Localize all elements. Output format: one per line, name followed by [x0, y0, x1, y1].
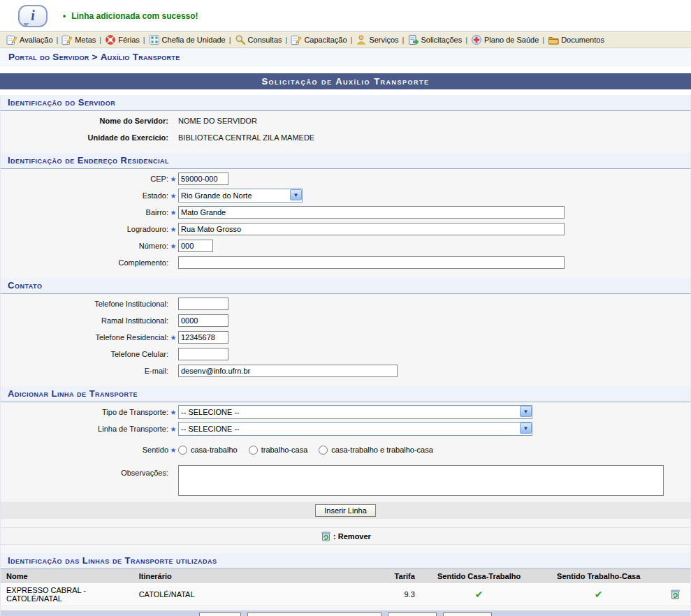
menu-separator: | [542, 36, 544, 44]
field-label: Linha de Transporte: [1, 425, 168, 433]
field-row-estado: Estado: ★ Rio Grande do Norte ▼ [1, 189, 690, 203]
cell-tarifa: 9.3 [377, 583, 421, 606]
field-label: Nome do Servidor: [1, 117, 168, 125]
success-message: • Linha adicionada com sucesso! [63, 11, 198, 21]
transport-request-form: Identificação do Servidor Nome do Servid… [0, 95, 691, 616]
field-row-telefone-institucional: Telefone Institucional: [1, 297, 690, 311]
menu-separator: | [143, 36, 145, 44]
field-label: Estado: [1, 191, 168, 200]
note-pencil-icon [61, 34, 73, 45]
email-input[interactable] [178, 365, 398, 377]
sentido-casa-trabalho-radio[interactable] [178, 446, 187, 455]
logradouro-input[interactable] [178, 223, 565, 235]
remove-legend-text: : Remover [333, 532, 371, 541]
unidade-exercicio-value: BIBLIOTECA CENTRAL ZILA MAMEDE [178, 133, 314, 142]
breadcrumb: Portal do Servidor>Auxílio Transporte [0, 48, 691, 66]
inserir-linha-button[interactable]: Inserir Linha [315, 504, 376, 517]
menu-item-metas[interactable]: Metas [61, 34, 96, 45]
breadcrumb-current: Auxílio Transporte [101, 52, 180, 62]
field-row-bairro: Bairro: ★ [1, 205, 690, 219]
remove-legend: : Remover [1, 527, 690, 545]
menu-item-label: Avaliação [20, 36, 53, 44]
estado-select[interactable]: Rio Grande do Norte [178, 189, 303, 203]
menu-item-solicitacoes[interactable]: Solicitações [407, 34, 462, 45]
field-row-numero: Número: ★ [1, 239, 690, 253]
field-row-telefone-residencial: Telefone Residencial: ★ [1, 330, 690, 344]
info-icon: i [18, 5, 48, 27]
field-label: Telefone Residencial: [1, 333, 168, 342]
field-label: Número: [1, 242, 168, 250]
column-header-sentido-casa-trabalho: Sentido Casa-Trabalho [421, 569, 538, 583]
bullet-icon: • [63, 11, 66, 21]
linhas-transporte-table: Nome Itinerário Tarifa Sentido Casa-Trab… [1, 569, 690, 606]
gravar-button[interactable]: Gravar [199, 613, 241, 616]
voltar-button[interactable]: << Voltar [388, 613, 437, 616]
field-label: Logradouro: [1, 225, 168, 233]
sentido-ambos-radio[interactable] [319, 446, 328, 455]
cancelar-button[interactable]: Cancelar [443, 613, 492, 616]
form-actions-bar: Gravar Gravar e Enviar para Atendimento … [1, 610, 690, 616]
field-row-ramal-institucional: Ramal Institucional: [1, 314, 690, 328]
column-header-tarifa: Tarifa [377, 569, 421, 583]
menu-item-label: Chefia de Unidade [162, 36, 226, 44]
required-star-icon: ★ [168, 242, 178, 250]
nome-servidor-value: NOME DO SERVIDOR [178, 117, 257, 125]
menu-item-label: Férias [118, 36, 140, 44]
telefone-institucional-input[interactable] [178, 298, 228, 310]
radio-label: casa-trabalho [191, 446, 238, 454]
cell-itinerario: CATOLÉ/NATAL [133, 583, 377, 606]
cell-nome: EXPRESSO CABRAL - CATOLÉ/NATAL [1, 583, 133, 606]
menu-item-consultas[interactable]: Consultas [235, 34, 282, 45]
tipo-transporte-select[interactable]: -- SELECIONE -- [178, 405, 532, 419]
person-icon [356, 34, 367, 45]
menu-item-label: Documentos [561, 36, 604, 44]
observacoes-textarea[interactable] [178, 465, 664, 496]
section-header-contato: Contato [1, 278, 690, 294]
menu-item-capacitacao[interactable]: Capacitação [291, 34, 347, 45]
remove-row-button[interactable] [669, 588, 681, 601]
cep-input[interactable] [178, 173, 228, 185]
field-label: Ramal Institucional: [1, 316, 168, 325]
menu-item-chefia-de-unidade[interactable]: Chefia de Unidade [149, 34, 226, 45]
radio-label: trabalho-casa [261, 446, 308, 454]
grid-icon [149, 34, 160, 45]
check-icon: ✔ [475, 589, 483, 600]
complemento-input[interactable] [178, 256, 565, 269]
ramal-institucional-input[interactable] [178, 314, 228, 327]
magnifier-icon [235, 34, 246, 45]
table-row: EXPRESSO CABRAL - CATOLÉ/NATAL CATOLÉ/NA… [1, 583, 690, 606]
telefone-celular-input[interactable] [178, 348, 228, 360]
linha-transporte-select[interactable]: -- SELECIONE -- [178, 422, 532, 436]
numero-input[interactable] [178, 240, 213, 252]
field-row-sentido: Sentido ★ casa-trabalho trabalho-casa ca… [1, 443, 690, 457]
field-row-telefone-celular: Telefone Celular: [1, 347, 690, 361]
menu-separator: | [351, 36, 353, 44]
required-star-icon: ★ [168, 334, 178, 342]
field-label: Unidade do Exercício: [1, 133, 168, 142]
field-label: Complemento: [1, 258, 168, 267]
field-row-unidade-exercicio: Unidade do Exercício: BIBLIOTECA CENTRAL… [1, 131, 690, 145]
section-header-servidor: Identificação do Servidor [1, 95, 690, 111]
required-star-icon: ★ [168, 446, 178, 454]
sentido-trabalho-casa-radio[interactable] [249, 446, 258, 455]
breadcrumb-root[interactable]: Portal do Servidor [8, 52, 89, 62]
gravar-enviar-button[interactable]: Gravar e Enviar para Atendimento [247, 613, 381, 616]
menu-item-documentos[interactable]: Documentos [548, 34, 604, 45]
bairro-input[interactable] [178, 206, 565, 219]
required-star-icon: ★ [168, 192, 178, 200]
menu-item-ferias[interactable]: Férias [105, 34, 140, 45]
field-row-nome-servidor: Nome do Servidor: NOME DO SERVIDOR [1, 114, 690, 128]
field-label: Telefone Institucional: [1, 300, 168, 308]
spacer [0, 66, 691, 73]
menu-item-label: Solicitações [421, 36, 462, 44]
menu-item-plano-de-saude[interactable]: Plano de Saúde [471, 34, 539, 45]
menu-item-servicos[interactable]: Serviços [356, 34, 398, 45]
required-star-icon: ★ [168, 209, 178, 217]
column-header-itinerario: Itinerário [133, 569, 377, 583]
menu-item-avaliacao[interactable]: Avaliação [6, 34, 53, 45]
menu-separator: | [57, 36, 59, 44]
menu-separator: | [99, 36, 101, 44]
trash-icon [669, 588, 681, 600]
check-icon: ✔ [595, 589, 603, 600]
telefone-residencial-input[interactable] [178, 331, 228, 344]
